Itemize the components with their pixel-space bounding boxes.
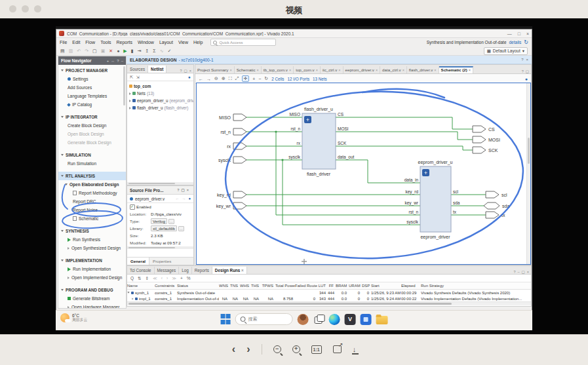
- table-row[interactable]: synth_1 constrs_1 Synthesis Out-of-date …: [127, 290, 531, 296]
- gear-icon[interactable]: ●: [188, 197, 191, 201]
- toolbar-check-icon[interactable]: ✓: [168, 48, 172, 54]
- schematic-canvas[interactable]: + flash_driver_u flash_driver MISO rst_n…: [196, 83, 531, 265]
- nav-open-implemented-design[interactable]: Open Implemented Design: [58, 273, 126, 282]
- task-view-button[interactable]: [313, 314, 324, 325]
- previous-button[interactable]: ‹: [232, 343, 235, 355]
- nav-generate-bitstream[interactable]: Generate Bitstream: [58, 294, 126, 303]
- nav-report-methodology[interactable]: Report Methodology: [58, 189, 126, 197]
- tab-sources[interactable]: Sources: [127, 66, 148, 73]
- refresh-icon[interactable]: ↻: [524, 39, 528, 45]
- user-avatar[interactable]: [298, 314, 309, 325]
- nav-run-simulation[interactable]: Run Simulation: [58, 159, 126, 168]
- taskbar-search-input[interactable]: 搜索: [235, 313, 293, 325]
- flow-navigator-scrollbar[interactable]: [123, 66, 125, 106]
- regenerate-icon[interactable]: ↻: [264, 76, 268, 81]
- toolbar-step-icon[interactable]: ⇥: [138, 48, 142, 54]
- toolbar-new-icon[interactable]: ▤: [60, 48, 65, 54]
- browse-icon[interactable]: …: [168, 219, 174, 224]
- tab-log[interactable]: Log: [179, 267, 192, 274]
- tree-item-top-com[interactable]: top_com: [127, 83, 193, 90]
- help-icon[interactable]: ?: [521, 58, 523, 62]
- section-program-and-debug[interactable]: PROGRAM AND DEBUG: [58, 286, 126, 294]
- toolbar-paste-icon[interactable]: ▣: [101, 48, 106, 54]
- tab-top-com[interactable]: top_com.v×: [294, 66, 321, 73]
- close-context-icon[interactable]: ×: [526, 58, 528, 62]
- nav-settings[interactable]: Settings: [58, 75, 126, 83]
- nav-run-synthesis[interactable]: Run Synthesis: [58, 235, 126, 244]
- close-icon[interactable]: ×: [189, 69, 191, 73]
- tab-flash-driver[interactable]: flash_driver.v×: [407, 66, 439, 73]
- menu-view[interactable]: View: [178, 40, 188, 45]
- forward-icon[interactable]: →: [206, 77, 211, 81]
- swap-icon[interactable]: ↔: [111, 59, 115, 63]
- browse-icon[interactable]: …: [178, 226, 184, 231]
- nav-create-block-design[interactable]: Create Block Design: [58, 121, 126, 130]
- app-icon[interactable]: [361, 314, 372, 325]
- tab-eeprom-driver[interactable]: eeprom_driver.v×: [343, 66, 381, 73]
- tab-general[interactable]: General: [127, 258, 149, 265]
- expand-all-icon[interactable]: ⇕: [146, 276, 149, 281]
- library-value[interactable]: xil_defaultlib: [151, 225, 177, 231]
- create-run-icon[interactable]: +: [180, 276, 183, 280]
- window-maximize-icon[interactable]: □: [518, 31, 520, 36]
- section-project-manager[interactable]: PROJECT MANAGER: [58, 66, 126, 75]
- tab-schematic-1[interactable]: Schematic×: [235, 66, 262, 73]
- window-minimize-icon[interactable]: —: [507, 31, 512, 36]
- minimize-panel-icon[interactable]: –: [121, 59, 123, 63]
- sources-hscrollbar[interactable]: [127, 182, 193, 185]
- layout-selector[interactable]: ▦ Default Layout ▾: [484, 47, 528, 55]
- float-icon[interactable]: ▢: [522, 270, 525, 274]
- file-selector[interactable]: eeprom_driver.v ← → ●: [127, 195, 193, 203]
- tab-project-summary[interactable]: Project Summary×: [195, 66, 235, 73]
- toolbar-save-icon[interactable]: ▥: [69, 48, 73, 54]
- menu-window[interactable]: Window: [138, 40, 154, 45]
- close-icon[interactable]: ×: [527, 270, 529, 274]
- nav-open-synthesized-design[interactable]: Open Synthesized Design: [58, 244, 126, 252]
- toolbar-pause-icon[interactable]: ▮: [131, 48, 134, 54]
- nav-report-drc[interactable]: Report DRC: [58, 197, 126, 206]
- enabled-checkbox[interactable]: [130, 204, 135, 210]
- tree-item-eeprom-driver-u[interactable]: eeprom_driver_u(eeprom_driv: [127, 97, 193, 104]
- tab-schematic-2[interactable]: Schematic (2)×: [439, 66, 473, 73]
- ports-count[interactable]: 12 I/O Ports: [287, 77, 309, 81]
- properties-hscrollbar[interactable]: [127, 246, 193, 249]
- tab-tb-top-com[interactable]: tb_top_com.v×: [262, 66, 294, 73]
- help-icon[interactable]: ?: [513, 270, 515, 274]
- menu-edit[interactable]: Edit: [72, 40, 80, 45]
- next-icon[interactable]: →: [182, 197, 186, 201]
- toolbar-settings-icon[interactable]: ●: [117, 48, 119, 53]
- zoom-in-icon[interactable]: ⊕: [222, 76, 225, 81]
- gear-icon[interactable]: ●: [525, 77, 528, 81]
- tab-netlist[interactable]: Netlist: [148, 66, 167, 73]
- nav-open-elaborated-design[interactable]: Open Elaborated Design: [58, 180, 126, 189]
- tree-item-flash-driver-u[interactable]: flash_driver_u(flash_driver): [127, 104, 193, 111]
- expand-icon[interactable]: +: [252, 77, 255, 81]
- minimize-panel-icon[interactable]: –: [518, 270, 520, 274]
- help-icon[interactable]: ?: [180, 69, 182, 73]
- file-explorer-icon[interactable]: [376, 316, 388, 324]
- close-tab-icon[interactable]: ×: [338, 68, 340, 72]
- menu-help[interactable]: Help: [193, 40, 203, 45]
- tree-item-nets[interactable]: Nets(13): [127, 90, 193, 97]
- toolbar-up-icon[interactable]: ↥: [145, 48, 149, 54]
- details-link[interactable]: details: [509, 40, 522, 45]
- open-with-button[interactable]: ↗: [333, 345, 342, 353]
- collapse-all-icon[interactable]: ⇱: [130, 75, 133, 80]
- vivado-titlebar[interactable]: COM_Communication - [D:/fpga_class/vivad…: [56, 29, 532, 38]
- nets-count[interactable]: 13 Nets: [313, 77, 327, 81]
- zoom-in-button[interactable]: +: [292, 345, 300, 353]
- back-icon[interactable]: ←: [199, 77, 203, 81]
- toolbar-redo-icon[interactable]: ↷: [85, 48, 88, 54]
- search-icon[interactable]: Q: [130, 276, 134, 280]
- section-rtl-analysis[interactable]: RTL ANALYSIS: [58, 172, 126, 180]
- toolbar-undo-icon[interactable]: ↶: [77, 48, 81, 54]
- close-tab-icon[interactable]: ×: [434, 68, 436, 72]
- download-button[interactable]: ↓: [353, 346, 357, 353]
- float-icon[interactable]: ▢: [182, 188, 185, 192]
- tab-properties[interactable]: Properties: [149, 259, 174, 263]
- select-mode-icon[interactable]: ✛: [242, 75, 249, 82]
- edge-browser-icon[interactable]: [329, 314, 340, 325]
- tab-messages[interactable]: Messages: [155, 267, 180, 274]
- section-ip-integrator[interactable]: IP INTEGRATOR: [58, 113, 126, 121]
- menu-layout[interactable]: Layout: [159, 40, 173, 45]
